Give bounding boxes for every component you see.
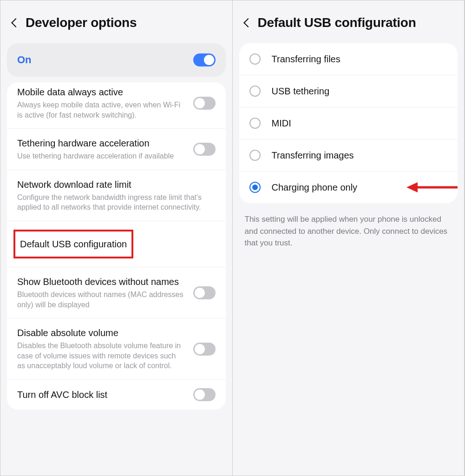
toggle-switch[interactable] (193, 143, 216, 156)
page-title: Default USB configuration (258, 15, 416, 30)
radio-icon (249, 118, 261, 129)
item-title: Disable absolute volume (17, 327, 186, 339)
back-icon[interactable] (243, 18, 253, 27)
item-title: Network download rate limit (17, 178, 216, 191)
radio-label: USB tethering (272, 86, 330, 97)
radio-item-transferring-files[interactable]: Transferring files (239, 43, 458, 75)
list-item-disable-absolute-volume[interactable]: Disable absolute volume Disables the Blu… (7, 318, 226, 380)
master-toggle-label: On (17, 54, 32, 66)
usb-options-list: Transferring files USB tethering MIDI Tr… (239, 43, 458, 203)
page-title: Developer options (26, 15, 137, 30)
item-title: Show Bluetooth devices without names (17, 276, 186, 288)
item-subtitle: Use tethering hardware acceleration if a… (17, 151, 186, 161)
settings-list: Mobile data always active Always keep mo… (7, 82, 226, 410)
item-subtitle: Disables the Bluetooth absolute volume f… (17, 341, 186, 371)
item-subtitle: Always keep mobile data active, even whe… (17, 100, 186, 120)
toggle-switch[interactable] (193, 343, 216, 356)
usb-configuration-pane: Default USB configuration Transferring f… (233, 0, 465, 476)
radio-item-usb-tethering[interactable]: USB tethering (239, 75, 458, 107)
list-item-mobile-data[interactable]: Mobile data always active Always keep mo… (7, 82, 226, 129)
toggle-switch[interactable] (193, 286, 216, 299)
radio-label: Transferring files (272, 54, 341, 65)
list-item-network-rate-limit[interactable]: Network download rate limit Configure th… (7, 170, 226, 221)
radio-icon (249, 86, 261, 97)
developer-options-pane: Developer options On Mobile data always … (0, 0, 233, 476)
item-title: Mobile data always active (17, 86, 186, 98)
footnote-text: This setting will be applied when your p… (233, 203, 465, 259)
header: Default USB configuration (233, 0, 465, 43)
back-icon[interactable] (11, 18, 20, 27)
item-title: Tethering hardware acceleration (17, 137, 186, 149)
list-item-avc-block-list[interactable]: Turn off AVC block list (7, 380, 226, 410)
toggle-switch[interactable] (193, 97, 216, 110)
item-subtitle: Configure the network bandwidth ingress … (17, 192, 216, 212)
toggle-switch[interactable] (193, 388, 216, 401)
radio-label: Transferring images (272, 150, 354, 161)
item-title: Default USB configuration (20, 239, 127, 249)
radio-label: Charging phone only (272, 182, 358, 193)
master-toggle-switch[interactable] (193, 53, 216, 66)
item-title: Turn off AVC block list (17, 389, 186, 401)
radio-label: MIDI (272, 118, 291, 129)
radio-icon (249, 182, 261, 193)
item-subtitle: Bluetooth devices without names (MAC add… (17, 290, 186, 310)
list-item-tethering-accel[interactable]: Tethering hardware acceleration Use teth… (7, 129, 226, 170)
list-item-default-usb-configuration[interactable]: Default USB configuration (7, 221, 226, 267)
master-toggle-row[interactable]: On (7, 43, 226, 77)
header: Developer options (0, 0, 232, 43)
radio-item-charging-only[interactable]: Charging phone only (239, 172, 458, 203)
radio-icon (249, 53, 261, 65)
arrow-annotation-icon (406, 180, 458, 194)
radio-item-transferring-images[interactable]: Transferring images (239, 139, 458, 172)
radio-item-midi[interactable]: MIDI (239, 107, 458, 139)
highlight-annotation: Default USB configuration (13, 230, 133, 258)
list-item-bluetooth-without-names[interactable]: Show Bluetooth devices without names Blu… (7, 267, 226, 318)
svg-marker-1 (406, 182, 418, 192)
radio-icon (249, 150, 261, 161)
